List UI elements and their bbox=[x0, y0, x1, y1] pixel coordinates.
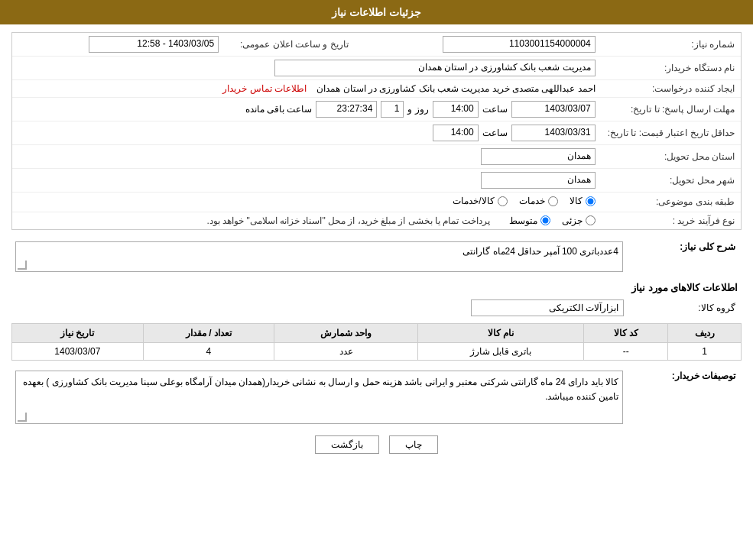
page-header: جزئیات اطلاعات نیاز bbox=[0, 0, 753, 24]
shahr-input: همدان bbox=[481, 172, 596, 189]
contact-link[interactable]: اطلاعات تماس خریدار bbox=[222, 83, 307, 94]
tabaqe-value: کالا خدمات کالا/خدمات bbox=[12, 193, 602, 212]
radio-kala-item[interactable]: کالا bbox=[570, 196, 596, 206]
mohlat-days-input: 1 bbox=[381, 101, 404, 118]
shrh-value-cell: 4عددباتری 100 آمپر حداقل 24ماه گارانتی bbox=[11, 238, 627, 276]
tarikh-input: 1403/03/05 - 12:58 bbox=[89, 36, 219, 53]
cell-kod_kala: -- bbox=[584, 342, 668, 360]
ostan-label: استان محل تحویل: bbox=[602, 145, 741, 169]
items-table: ردیف کد کالا نام کالا واحد شمارش تعداد /… bbox=[11, 323, 742, 361]
radio-jazee-item[interactable]: جزئی bbox=[562, 215, 596, 226]
row-hadaghol: حداقل تاریخ اعتبار قیمت: تا تاریخ: 1403/… bbox=[12, 121, 741, 145]
radio-kala[interactable] bbox=[586, 196, 596, 206]
print-button[interactable]: چاپ bbox=[389, 435, 438, 454]
row-mohlat: مهلت ارسال پاسخ: تا تاریخ: 1403/03/07 سا… bbox=[12, 98, 741, 121]
items-table-head: ردیف کد کالا نام کالا واحد شمارش تعداد /… bbox=[12, 323, 742, 342]
mohlat-time-row: 1403/03/07 ساعت 14:00 روز و 1 23:27:34 س… bbox=[18, 101, 596, 118]
page-container: جزئیات اطلاعات نیاز شماره نیاز: 11030011… bbox=[0, 0, 753, 560]
hadaghol-date-input: 1403/03/31 bbox=[511, 125, 596, 141]
mohlat-time-input: 14:00 bbox=[433, 101, 479, 118]
button-row: چاپ بازگشت bbox=[11, 428, 742, 461]
tossif-box: کالا باید دارای 24 ماه گارانتی شرکتی معت… bbox=[15, 371, 623, 424]
radio-kala-khadamat[interactable] bbox=[498, 196, 508, 206]
radio-jazee-label: جزئی bbox=[562, 215, 583, 226]
shrh-label: شرح کلی نیاز: bbox=[627, 238, 742, 276]
no-faraind-desc: پرداخت تمام یا بخشی از مبلغ خرید، از محل… bbox=[206, 215, 489, 226]
group-table: گروه کالا: ابزارآلات الکتریکی bbox=[11, 296, 742, 319]
radio-khadamat-item[interactable]: خدمات bbox=[519, 196, 558, 206]
cell-nam_kala: باتری قابل شارژ bbox=[417, 342, 583, 360]
row-ijad-konande: ایجاد کننده درخواست: احمد عبداللهی متصدی… bbox=[12, 80, 741, 98]
no-faraind-value: جزئی متوسط پرداخت تمام یا بخشی از مبلغ خ… bbox=[12, 212, 602, 229]
cell-tedad: 4 bbox=[143, 342, 274, 360]
tossif-row: توصیفات خریدار: کالا باید دارای 24 ماه گ… bbox=[11, 367, 742, 428]
cell-radif: 1 bbox=[668, 342, 742, 360]
page-title: جزئیات اطلاعات نیاز bbox=[332, 6, 421, 18]
mohlat-label: مهلت ارسال پاسخ: تا تاریخ: bbox=[602, 98, 741, 121]
group-row: گروه کالا: ابزارآلات الکتریکی bbox=[11, 296, 742, 319]
mohlat-date-input: 1403/03/07 bbox=[511, 101, 596, 118]
hadaghol-value: 1403/03/31 ساعت 14:00 bbox=[12, 121, 602, 145]
info-kala-title: اطلاعات کالاهای مورد نیاز bbox=[11, 276, 742, 296]
hadaghol-time-row: 1403/03/31 ساعت 14:00 bbox=[18, 125, 596, 141]
shomare-niaz-input: 1103001154000004 bbox=[443, 36, 596, 53]
radio-motavaset[interactable] bbox=[540, 215, 550, 225]
ijad-konande-value: احمد عبداللهی متصدی خرید مدیریت شعب بانک… bbox=[12, 80, 602, 98]
ostan-input: همدان bbox=[481, 148, 596, 165]
radio-kala-label: کالا bbox=[570, 196, 583, 206]
row-nam-dastgah: نام دستگاه خریدار: مدیریت شعب بانک کشاور… bbox=[12, 57, 741, 80]
hadaghol-saaat-label: ساعت bbox=[482, 128, 508, 138]
items-header-row: ردیف کد کالا نام کالا واحد شمارش تعداد /… bbox=[12, 323, 742, 342]
col-radif: ردیف bbox=[668, 323, 742, 342]
col-nam-kala: نام کالا bbox=[417, 323, 583, 342]
col-tarikh: تاریخ نیاز bbox=[12, 323, 144, 342]
mohlat-clock-input: 23:27:34 bbox=[316, 101, 377, 118]
mohlat-remaining-label: ساعت باقی مانده bbox=[245, 104, 313, 115]
ijad-konande-label: ایجاد کننده درخواست: bbox=[602, 80, 741, 98]
cell-tarikh: 1403/03/07 bbox=[12, 342, 144, 360]
tossif-value-cell: کالا باید دارای 24 ماه گارانتی شرکتی معت… bbox=[11, 367, 627, 428]
nam-dastgah-value: مدیریت شعب بانک کشاورزی در استان همدان bbox=[12, 57, 602, 80]
shrh-row: شرح کلی نیاز: 4عددباتری 100 آمپر حداقل 2… bbox=[11, 238, 742, 276]
tarikh-label: تاریخ و ساعت اعلان عمومی: bbox=[225, 33, 355, 57]
table-row: 1--باتری قابل شارژعدد41403/03/07 bbox=[12, 342, 742, 360]
nam-dastgah-label: نام دستگاه خریدار: bbox=[602, 57, 741, 80]
row-ostan: استان محل تحویل: همدان bbox=[12, 145, 741, 169]
tabaqe-radio-group: کالا خدمات کالا/خدمات bbox=[453, 196, 595, 206]
shahr-value: همدان bbox=[12, 169, 602, 193]
shrh-niaz-text: 4عددباتری 100 آمپر حداقل 24ماه گارانتی bbox=[463, 246, 618, 257]
radio-kala-khadamat-item[interactable]: کالا/خدمات bbox=[453, 196, 507, 206]
no-faraind-label: نوع فرآیند خرید : bbox=[602, 212, 741, 229]
row-no-faraind: نوع فرآیند خرید : جزئی متوسط پرداخت bbox=[12, 212, 741, 229]
group-kala-label: گروه کالا: bbox=[627, 296, 742, 319]
ijad-konande-text: احمد عبداللهی متصدی خرید مدیریت شعب بانک… bbox=[316, 83, 595, 94]
radio-khadamat-label: خدمات bbox=[519, 196, 545, 206]
shahr-label: شهر محل تحویل: bbox=[602, 169, 741, 193]
info-section: شماره نیاز: 1103001154000004 تاریخ و ساع… bbox=[11, 32, 742, 230]
row-shahr: شهر محل تحویل: همدان bbox=[12, 169, 741, 193]
no-faraind-row: جزئی متوسط پرداخت تمام یا بخشی از مبلغ خ… bbox=[18, 215, 596, 226]
radio-kala-khadamat-label: کالا/خدمات bbox=[453, 196, 494, 206]
shomare-niaz-value: 1103001154000004 bbox=[355, 33, 602, 57]
group-kala-value-cell: ابزارآلات الکتریکی bbox=[11, 296, 627, 319]
nam-dastgah-input: مدیریت شعب بانک کشاورزی در استان همدان bbox=[274, 60, 596, 76]
shrh-niaz-box: 4عددباتری 100 آمپر حداقل 24ماه گارانتی bbox=[15, 241, 623, 272]
radio-khadamat[interactable] bbox=[548, 196, 558, 206]
hadaghol-time-input: 14:00 bbox=[433, 125, 479, 141]
items-table-body: 1--باتری قابل شارژعدد41403/03/07 bbox=[12, 342, 742, 360]
back-button[interactable]: بازگشت bbox=[315, 435, 379, 454]
tossif-table: توصیفات خریدار: کالا باید دارای 24 ماه گ… bbox=[11, 367, 742, 428]
row-tabaqe: طبقه بندی موضوعی: کالا خدمات bbox=[12, 193, 741, 212]
radio-motavaset-item[interactable]: متوسط bbox=[509, 215, 550, 226]
radio-jazee[interactable] bbox=[586, 215, 596, 225]
tossif-label: توصیفات خریدار: bbox=[627, 367, 742, 428]
cell-vahed: عدد bbox=[274, 342, 418, 360]
row-shomare: شماره نیاز: 1103001154000004 تاریخ و ساع… bbox=[12, 33, 741, 57]
main-content: شماره نیاز: 1103001154000004 تاریخ و ساع… bbox=[0, 24, 753, 469]
info-table: شماره نیاز: 1103001154000004 تاریخ و ساع… bbox=[12, 33, 741, 229]
tossif-text: کالا باید دارای 24 ماه گارانتی شرکتی معت… bbox=[23, 377, 618, 402]
shomare-niaz-label: شماره نیاز: bbox=[602, 33, 741, 57]
col-tedad: تعداد / مقدار bbox=[143, 323, 274, 342]
mohlat-saaat-label: ساعت bbox=[482, 104, 508, 115]
ostan-value: همدان bbox=[12, 145, 602, 169]
